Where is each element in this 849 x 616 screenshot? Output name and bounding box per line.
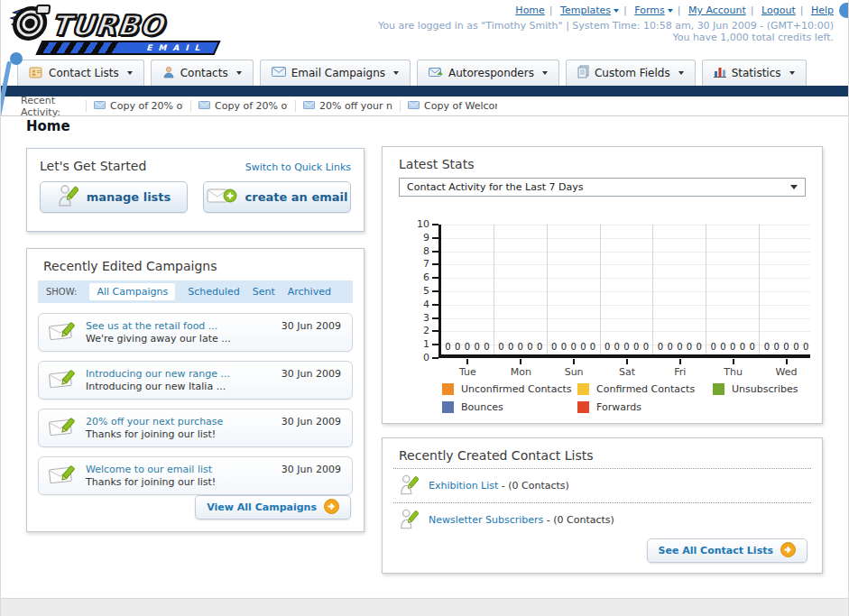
chart-day-group: 00000	[441, 225, 494, 354]
tab-email-campaigns[interactable]: Email Campaigns	[260, 60, 411, 86]
y-axis-label: 7	[423, 258, 429, 271]
envelope-icon	[272, 67, 286, 79]
filter-all-campaigns[interactable]: All Campaigns	[89, 283, 175, 300]
person-pencil-icon	[399, 473, 419, 499]
contact-list-count: - (0 Contacts)	[498, 480, 569, 492]
create-email-button[interactable]: create an email	[203, 181, 351, 213]
y-axis-label: 3	[423, 312, 429, 325]
y-axis-tick	[432, 237, 438, 239]
top-link-forms[interactable]: Forms	[634, 5, 664, 16]
stats-dropdown[interactable]: Contact Activity for the Last 7 Days	[399, 178, 806, 197]
chevron-down-icon	[790, 185, 798, 189]
x-axis-tick	[520, 359, 521, 364]
chart-day-group: 00000	[601, 225, 654, 354]
campaign-row[interactable]: 20% off your next purchase Thanks for jo…	[38, 409, 353, 447]
y-axis-tick	[432, 344, 438, 345]
chevron-down-icon	[542, 71, 548, 75]
top-nav-links: Home| Templates| Forms| My Account| Logo…	[515, 5, 834, 16]
recent-activity-link[interactable]: 20% off your next p	[295, 100, 400, 112]
top-link-logout[interactable]: Logout	[761, 5, 796, 16]
top-link-my-account[interactable]: My Account	[688, 5, 746, 16]
view-all-campaigns-button[interactable]: View All Campaigns	[195, 495, 351, 519]
turbo-spiral-icon	[6, 4, 52, 46]
contact-list-link[interactable]: Newsletter Subscribers	[429, 514, 543, 526]
callout-marker-right	[839, 3, 849, 18]
x-axis-tick	[679, 359, 681, 364]
contact-list-count: - (0 Contacts)	[543, 514, 614, 526]
campaign-row[interactable]: Introducing our new range ... Introducin…	[38, 361, 353, 400]
campaign-row[interactable]: Welcome to our email list Thanks for joi…	[38, 456, 353, 495]
filter-sent[interactable]: Sent	[253, 286, 275, 298]
value-label: 0	[658, 342, 663, 352]
tab-contact-lists[interactable]: Contact Lists	[17, 60, 144, 86]
value-label: 0	[749, 342, 754, 352]
value-label: 0	[561, 342, 567, 352]
top-link-home[interactable]: Home	[515, 5, 544, 16]
x-axis-label: Wed	[760, 366, 813, 378]
filter-archived[interactable]: Archived	[288, 286, 331, 298]
legend-label: Confirmed Contacts	[596, 383, 695, 395]
x-axis-tick	[626, 359, 628, 364]
contact-list-row[interactable]: Newsletter Subscribers - (0 Contacts)	[383, 503, 822, 537]
tab-label: Contacts	[180, 67, 228, 79]
see-all-contact-lists-label: See All Contact Lists	[659, 545, 773, 556]
chart-day-group: 00000	[548, 225, 601, 354]
campaign-title-link[interactable]: 20% off your next purchase	[86, 416, 223, 428]
campaign-subtitle: We're giving away our late ...	[86, 333, 231, 345]
switch-quick-links-link[interactable]: Switch to Quick Links	[245, 161, 351, 173]
campaign-row[interactable]: See us at the retail food ... We're givi…	[38, 313, 353, 352]
recent-activity-label: Recent Activity:	[21, 95, 86, 118]
logo-subtitle: EMAIL	[145, 43, 208, 52]
y-axis-tick	[432, 224, 438, 225]
tab-custom-fields[interactable]: Custom Fields	[566, 60, 696, 86]
value-label: 0	[508, 342, 513, 352]
nav-divider-bar	[1, 86, 848, 97]
value-label: 0	[445, 342, 450, 352]
y-axis-tick	[432, 277, 438, 279]
arrow-circle-icon	[780, 542, 796, 560]
tab-statistics[interactable]: Statistics	[702, 60, 807, 86]
envelope-pencil-icon	[48, 367, 77, 393]
filter-scheduled[interactable]: Scheduled	[188, 286, 240, 298]
manage-lists-label: manage lists	[87, 190, 171, 204]
legend-label: Unconfirmed Contacts	[461, 383, 572, 395]
bar-chart-icon	[714, 66, 726, 80]
recent-activity-link[interactable]: Copy of 20% off yo	[86, 100, 190, 112]
campaign-date: 30 Jun 2009	[281, 368, 341, 380]
latest-stats-panel: Latest Stats Contact Activity for the La…	[382, 146, 823, 424]
value-label: 0	[604, 342, 610, 352]
recent-activity-link[interactable]: Copy of 20% off yo	[190, 100, 295, 112]
value-label: 0	[643, 342, 649, 352]
campaign-title-link[interactable]: Welcome to our email list	[86, 464, 212, 475]
x-axis-label: Thu	[706, 366, 760, 378]
see-all-contact-lists-button[interactable]: See All Contact Lists	[647, 538, 807, 563]
campaign-title-link[interactable]: Introducing our new range ...	[86, 368, 230, 380]
campaign-title-link[interactable]: See us at the retail food ...	[86, 320, 217, 332]
x-axis-label: Sat	[601, 366, 654, 378]
legend-item: Forwards	[577, 401, 713, 413]
chart-legend: Unconfirmed ContactsConfirmed ContactsUn…	[442, 383, 849, 419]
campaign-subtitle: Thanks for joining our list!	[86, 476, 216, 488]
contact-card-icon	[29, 66, 43, 81]
y-axis-tick	[432, 304, 438, 306]
value-label: 0	[590, 342, 595, 352]
recent-activity-link[interactable]: Copy of Welcome to	[400, 100, 504, 112]
contact-list-link[interactable]: Exhibition List	[429, 480, 498, 492]
tab-autoresponders[interactable]: Autoresponders	[417, 60, 559, 86]
y-axis-label: 0	[423, 352, 429, 364]
value-label: 0	[537, 342, 542, 352]
top-link-help[interactable]: Help	[811, 5, 834, 16]
top-link-templates[interactable]: Templates	[560, 5, 611, 16]
page-title: Home	[26, 118, 70, 134]
tab-contacts[interactable]: Contacts	[151, 60, 254, 86]
x-axis-label: Fri	[653, 366, 706, 378]
stats-dropdown-value: Contact Activity for the Last 7 Days	[407, 181, 583, 193]
envelope-plus-icon	[207, 187, 237, 207]
contact-list-row[interactable]: Exhibition List - (0 Contacts)	[383, 469, 822, 502]
legend-swatch	[442, 401, 454, 413]
contact-activity-chart: 01234567891000000Tue00000Mon00000Sun0000…	[438, 225, 810, 358]
create-email-label: create an email	[245, 190, 348, 204]
legend-label: Bounces	[461, 401, 503, 413]
value-label: 0	[633, 342, 639, 352]
manage-lists-button[interactable]: manage lists	[40, 181, 188, 213]
